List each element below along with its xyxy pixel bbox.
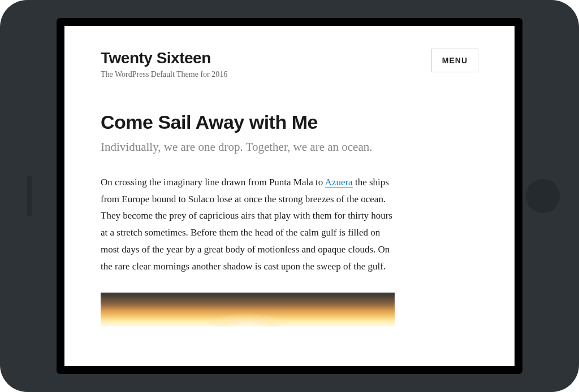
device-home-button[interactable]: [526, 179, 560, 213]
site-tagline: The WordPress Default Theme for 2016: [101, 70, 431, 79]
post-body-text-before: On crossing the imaginary line drawn fro…: [101, 177, 325, 188]
featured-image[interactable]: [101, 293, 395, 326]
post-article: Come Sail Away with Me Individually, we …: [101, 111, 478, 327]
site-header: Twenty Sixteen The WordPress Default The…: [101, 49, 478, 79]
page-content: Twenty Sixteen The WordPress Default The…: [64, 26, 515, 326]
device-bezel: Twenty Sixteen The WordPress Default The…: [57, 18, 522, 374]
tablet-device-frame: Twenty Sixteen The WordPress Default The…: [0, 0, 579, 392]
post-body-link[interactable]: Azuera: [325, 177, 353, 188]
post-body-text-after: the ships from Europe bound to Sulaco lo…: [101, 177, 392, 272]
device-speaker: [27, 176, 32, 216]
post-subtitle: Individually, we are one drop. Together,…: [101, 139, 478, 155]
menu-button[interactable]: MENU: [431, 49, 478, 72]
post-body: On crossing the imaginary line drawn fro…: [101, 174, 395, 275]
site-title[interactable]: Twenty Sixteen: [101, 49, 431, 68]
device-screen: Twenty Sixteen The WordPress Default The…: [64, 26, 515, 366]
site-branding: Twenty Sixteen The WordPress Default The…: [101, 49, 431, 79]
post-title[interactable]: Come Sail Away with Me: [101, 111, 478, 134]
